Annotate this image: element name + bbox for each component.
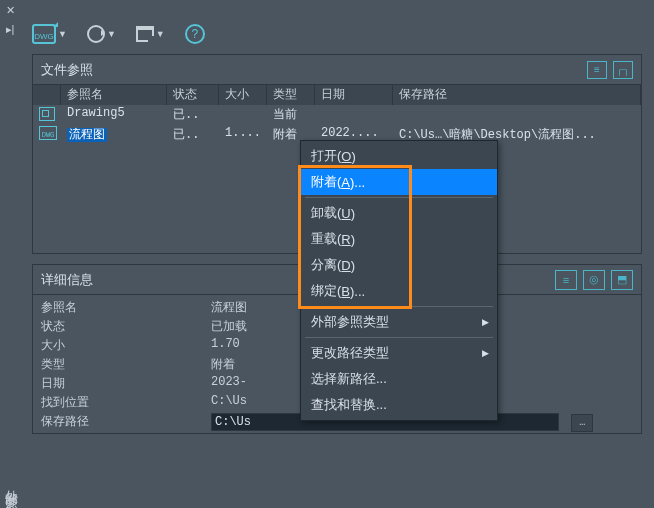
detail-key: 保存路径	[41, 413, 211, 432]
panel-header: 文件参照 ≡ ┌┐	[33, 55, 641, 85]
drawing-icon	[39, 107, 55, 121]
col-status[interactable]: 状态	[167, 85, 219, 105]
close-icon[interactable]: ✕	[6, 4, 15, 17]
help-button[interactable]: ?	[181, 22, 209, 46]
chevron-down-icon: ▼	[58, 29, 67, 39]
cell-status: 已..	[167, 105, 219, 125]
dwg-icon: DWG	[32, 24, 56, 44]
list-view-icon[interactable]: ≡	[587, 61, 607, 79]
menu-attach[interactable]: 附着(A)...	[301, 169, 497, 195]
chevron-down-icon: ▼	[107, 29, 116, 39]
cell-size: 1....	[219, 125, 267, 145]
panel-title: 文件参照	[41, 61, 93, 79]
attach-dwg-button[interactable]: DWG ▼	[28, 22, 71, 46]
help-icon: ?	[185, 24, 205, 44]
detail-key: 大小	[41, 337, 211, 356]
detail-val: 2023-	[211, 375, 247, 394]
table-row[interactable]: Drawing5 已.. 当前	[33, 105, 641, 125]
menu-detach[interactable]: 分离(D)	[301, 252, 497, 278]
details-icon[interactable]: ≡	[555, 270, 577, 290]
detail-val: 1.70	[211, 337, 240, 356]
browse-path-button[interactable]: …	[571, 414, 593, 432]
menu-unload[interactable]: 卸载(U)	[301, 200, 497, 226]
col-date[interactable]: 日期	[315, 85, 393, 105]
tree-view-icon[interactable]: ┌┐	[613, 61, 633, 79]
detail-val: 流程图	[211, 299, 247, 318]
col-name[interactable]: 参照名	[61, 85, 167, 105]
folder-icon	[136, 26, 154, 42]
xref-toolbar: DWG ▼ ▼ ▼ ?	[28, 16, 209, 52]
xref-icon[interactable]: ⬒	[611, 270, 633, 290]
detail-val: 附着	[211, 356, 235, 375]
detail-key: 找到位置	[41, 394, 211, 413]
menu-reload[interactable]: 重载(R)	[301, 226, 497, 252]
detail-key: 日期	[41, 375, 211, 394]
cell-name: Drawing5	[67, 106, 125, 120]
panel-title: 详细信息	[41, 271, 93, 289]
table-header: 参照名 状态 大小 类型 日期 保存路径	[33, 85, 641, 105]
detail-key: 状态	[41, 318, 211, 337]
menu-separator	[305, 197, 493, 198]
refresh-icon	[87, 25, 105, 43]
menu-separator	[305, 337, 493, 338]
col-icon[interactable]	[33, 85, 61, 105]
cell-status: 已..	[167, 125, 219, 145]
cell-type: 当前	[267, 105, 315, 125]
detail-view-buttons: ≡ ◎ ⬒	[555, 270, 633, 290]
cell-path	[393, 105, 641, 125]
panel-vertical-title: 外部参照	[2, 480, 20, 488]
chevron-down-icon: ▼	[156, 29, 165, 39]
path-button[interactable]: ▼	[132, 24, 169, 44]
menu-change-path-type[interactable]: 更改路径类型	[301, 340, 497, 366]
detail-key: 参照名	[41, 299, 211, 318]
cell-date	[315, 105, 393, 125]
menu-find-replace[interactable]: 查找和替换...	[301, 392, 497, 418]
detail-val: 已加载	[211, 318, 247, 337]
pin-icon[interactable]: ▸|	[6, 23, 15, 36]
dwg-icon: DWG	[39, 126, 57, 140]
detail-val: C:\Us	[211, 394, 247, 413]
menu-separator	[305, 306, 493, 307]
col-path[interactable]: 保存路径	[393, 85, 641, 105]
menu-open[interactable]: 打开(O)	[301, 143, 497, 169]
menu-xref-type[interactable]: 外部参照类型	[301, 309, 497, 335]
cell-name: 流程图	[67, 128, 107, 142]
menu-bind[interactable]: 绑定(B)...	[301, 278, 497, 304]
col-size[interactable]: 大小	[219, 85, 267, 105]
refresh-button[interactable]: ▼	[83, 23, 120, 45]
context-menu: 打开(O) 附着(A)... 卸载(U) 重载(R) 分离(D) 绑定(B)..…	[300, 140, 498, 421]
menu-select-new-path[interactable]: 选择新路径...	[301, 366, 497, 392]
panel-left-rail: ✕ ▸| 外部参照	[0, 0, 20, 508]
col-type[interactable]: 类型	[267, 85, 315, 105]
preview-icon[interactable]: ◎	[583, 270, 605, 290]
detail-key: 类型	[41, 356, 211, 375]
view-mode-buttons: ≡ ┌┐	[587, 61, 633, 79]
cell-size	[219, 105, 267, 125]
